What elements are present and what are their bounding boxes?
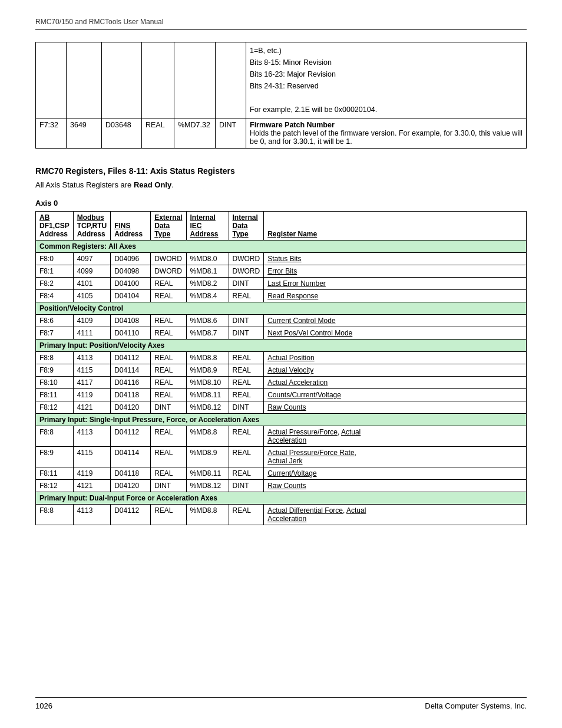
table-row: F8:84113D04112REAL%MD8.8REALActual Posit… [36,352,527,364]
group-header-dual-input: Primary Input: Dual-Input Force or Accel… [36,492,527,505]
link-read-response[interactable]: Read Response [267,292,318,300]
col-header-extdata: ExternalDataType [151,212,186,241]
link-actual-differential-force[interactable]: Actual Differential Force [267,506,343,515]
col-header-modbus: ModbusTCP,RTUAddress [73,212,110,241]
col-header-internaliec: InternalIECAddress [186,212,229,241]
link-actual-jerk[interactable]: Actual Jerk [267,457,302,465]
link-last-error-number[interactable]: Last Error Number [267,279,326,288]
link-current-voltage[interactable]: Current/Voltage [267,469,316,477]
link-actual-velocity[interactable]: Actual Velocity [267,366,313,374]
link-raw-counts-1[interactable]: Raw Counts [267,403,306,411]
axis-label: Axis 0 [35,199,527,207]
group-header-primary-posvel: Primary Input: Position/Velocity Axes [36,340,527,352]
table-row: F8:104117D04116REAL%MD8.10REALActual Acc… [36,377,527,389]
col-header-intdata: InternalDataType [229,212,264,241]
header: RMC70/150 and RMCTools User Manual [35,18,527,30]
table-row: F8:04097D04096DWORD%MD8.0DWORDStatus Bit… [36,253,527,265]
table-row: F8:64109D04108REAL%MD8.6DINTCurrent Cont… [36,315,527,327]
table-row: F8:74111D04110REAL%MD8.7DINTNext Pos/Vel… [36,327,527,340]
table-header-row: ABDF1,CSPAddress ModbusTCP,RTUAddress FI… [36,212,527,241]
table-row: F8:124121D04120DINT%MD8.12DINTRaw Counts [36,401,527,414]
page-number: 1026 [35,701,52,710]
table-row: F8:24101D04100REAL%MD8.2DINTLast Error N… [36,278,527,290]
link-raw-counts-2[interactable]: Raw Counts [267,482,306,490]
col-header-name: Register Name [264,212,527,241]
link-actual-pressure-force-rate[interactable]: Actual Pressure/Force Rate [267,449,354,457]
company-name: Delta Computer Systems, Inc. [425,701,527,710]
table-row: F8:84113D04112REAL%MD8.8REAL Actual Pres… [36,426,527,447]
group-header-common: Common Registers: All Axes [36,241,527,253]
top-table: 1=B, etc.) Bits 8-15: Minor Revision Bit… [35,42,527,149]
footer: 1026 Delta Computer Systems, Inc. [35,697,527,710]
group-header-single-input: Primary Input: Single-Input Pressure, Fo… [36,414,527,426]
link-actual-position[interactable]: Actual Position [267,354,314,362]
col-header-ab: ABDF1,CSPAddress [36,212,74,241]
link-actual-acceleration[interactable]: Actual Acceleration [267,378,328,387]
link-next-posvel-mode[interactable]: Next Pos/Vel Control Mode [267,329,352,337]
link-error-bits[interactable]: Error Bits [267,267,297,275]
link-counts-current-voltage[interactable]: Counts/Current/Voltage [267,391,341,399]
table-row: F8:84113D04112REAL%MD8.8REAL Actual Diff… [36,505,527,525]
table-row: F7:32 3649 D03648 REAL %MD7.32 DINT Firm… [36,118,527,149]
table-row: F8:94115D04114REAL%MD8.9REAL Actual Pres… [36,447,527,467]
table-row: F8:94115D04114REAL%MD8.9REALActual Veloc… [36,364,527,377]
table-row: F8:14099D04098DWORD%MD8.1DWORDError Bits [36,265,527,278]
section-heading: RMC70 Registers, Files 8-11: Axis Status… [35,166,527,176]
table-row: F8:124121D04120DINT%MD8.12DINTRaw Counts [36,480,527,492]
link-actual-pressure-force-1[interactable]: Actual Pressure/Force [267,428,338,436]
table-row: F8:114119D04118REAL%MD8.11REALCurrent/Vo… [36,467,527,480]
link-current-control-mode[interactable]: Current Control Mode [267,317,335,325]
link-status-bits[interactable]: Status Bits [267,255,301,263]
group-header-posvel: Position/Velocity Control [36,302,527,315]
section-subtext: All Axis Status Registers are Read Only. [35,180,527,189]
col-header-fins: FINSAddress [111,212,151,241]
header-title: RMC70/150 and RMCTools User Manual [35,18,163,26]
main-table: ABDF1,CSPAddress ModbusTCP,RTUAddress FI… [35,211,527,525]
table-row: F8:44105D04104REAL%MD8.4REALRead Respons… [36,290,527,302]
table-row: F8:114119D04118REAL%MD8.11REALCounts/Cur… [36,389,527,401]
table-row: 1=B, etc.) Bits 8-15: Minor Revision Bit… [36,42,527,118]
page: RMC70/150 and RMCTools User Manual 1=B, … [0,0,562,728]
